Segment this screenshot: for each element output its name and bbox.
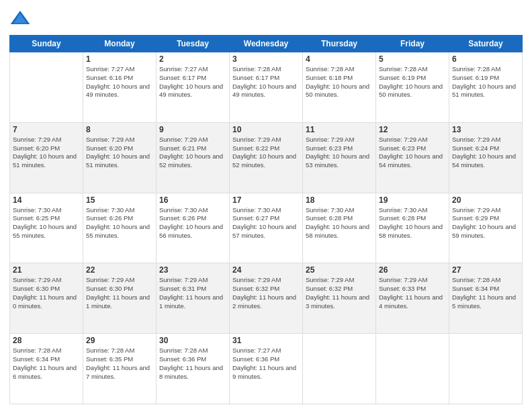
day-info: Sunrise: 7:30 AMSunset: 6:28 PMDaylight:… bbox=[379, 206, 446, 240]
day-number: 25 bbox=[306, 265, 373, 275]
calendar-cell: 25Sunrise: 7:29 AMSunset: 6:32 PMDayligh… bbox=[303, 263, 376, 334]
calendar-week-row: 28Sunrise: 7:28 AMSunset: 6:34 PMDayligh… bbox=[10, 334, 523, 404]
day-number: 1 bbox=[86, 54, 153, 64]
calendar-week-row: 14Sunrise: 7:30 AMSunset: 6:25 PMDayligh… bbox=[10, 193, 523, 263]
weekday-header: Tuesday bbox=[157, 36, 230, 52]
day-info: Sunrise: 7:29 AMSunset: 6:30 PMDaylight:… bbox=[86, 276, 153, 310]
weekday-header: Saturday bbox=[449, 36, 523, 52]
day-number: 16 bbox=[159, 195, 226, 205]
calendar-cell bbox=[303, 334, 376, 404]
day-number: 28 bbox=[13, 336, 80, 345]
calendar-cell bbox=[449, 334, 523, 404]
day-info: Sunrise: 7:27 AMSunset: 6:36 PMDaylight:… bbox=[232, 347, 300, 381]
day-number: 24 bbox=[232, 265, 300, 275]
day-number: 14 bbox=[13, 195, 80, 205]
day-info: Sunrise: 7:30 AMSunset: 6:25 PMDaylight:… bbox=[13, 206, 80, 240]
day-info: Sunrise: 7:30 AMSunset: 6:28 PMDaylight:… bbox=[306, 206, 373, 240]
calendar-cell: 18Sunrise: 7:30 AMSunset: 6:28 PMDayligh… bbox=[303, 193, 376, 263]
day-info: Sunrise: 7:29 AMSunset: 6:24 PMDaylight:… bbox=[452, 136, 519, 170]
day-info: Sunrise: 7:29 AMSunset: 6:22 PMDaylight:… bbox=[232, 136, 300, 170]
day-number: 17 bbox=[232, 195, 300, 205]
calendar-cell: 3Sunrise: 7:28 AMSunset: 6:17 PMDaylight… bbox=[230, 52, 303, 123]
calendar-cell: 28Sunrise: 7:28 AMSunset: 6:34 PMDayligh… bbox=[10, 334, 83, 404]
calendar-cell: 8Sunrise: 7:29 AMSunset: 6:20 PMDaylight… bbox=[83, 122, 157, 193]
logo-icon bbox=[9, 8, 31, 30]
day-number: 7 bbox=[13, 125, 80, 134]
calendar-cell: 14Sunrise: 7:30 AMSunset: 6:25 PMDayligh… bbox=[10, 193, 83, 263]
weekday-header: Wednesday bbox=[230, 36, 303, 52]
calendar-cell: 1Sunrise: 7:27 AMSunset: 6:16 PMDaylight… bbox=[83, 52, 157, 123]
day-info: Sunrise: 7:29 AMSunset: 6:32 PMDaylight:… bbox=[306, 276, 373, 310]
calendar-cell: 31Sunrise: 7:27 AMSunset: 6:36 PMDayligh… bbox=[230, 334, 303, 404]
calendar-week-row: 21Sunrise: 7:29 AMSunset: 6:30 PMDayligh… bbox=[10, 263, 523, 334]
calendar-cell: 23Sunrise: 7:29 AMSunset: 6:31 PMDayligh… bbox=[157, 263, 230, 334]
day-number: 22 bbox=[86, 265, 153, 275]
day-number: 10 bbox=[232, 125, 300, 134]
day-number: 29 bbox=[86, 336, 153, 345]
day-info: Sunrise: 7:28 AMSunset: 6:18 PMDaylight:… bbox=[306, 65, 373, 99]
header-row: SundayMondayTuesdayWednesdayThursdayFrid… bbox=[10, 36, 523, 52]
day-number: 18 bbox=[306, 195, 373, 205]
day-info: Sunrise: 7:28 AMSunset: 6:36 PMDaylight:… bbox=[159, 347, 226, 381]
day-number: 12 bbox=[379, 125, 446, 134]
header bbox=[9, 8, 523, 30]
day-number: 13 bbox=[452, 125, 519, 134]
day-number: 11 bbox=[306, 125, 373, 134]
day-info: Sunrise: 7:30 AMSunset: 6:26 PMDaylight:… bbox=[86, 206, 153, 240]
calendar-cell: 10Sunrise: 7:29 AMSunset: 6:22 PMDayligh… bbox=[230, 122, 303, 193]
day-number: 20 bbox=[452, 195, 519, 205]
day-number: 26 bbox=[379, 265, 446, 275]
weekday-header: Sunday bbox=[10, 36, 83, 52]
day-number: 5 bbox=[379, 54, 446, 64]
day-number: 3 bbox=[232, 54, 300, 64]
calendar-cell: 4Sunrise: 7:28 AMSunset: 6:18 PMDaylight… bbox=[303, 52, 376, 123]
calendar-cell: 22Sunrise: 7:29 AMSunset: 6:30 PMDayligh… bbox=[83, 263, 157, 334]
day-number: 15 bbox=[86, 195, 153, 205]
day-number: 6 bbox=[452, 54, 519, 64]
day-info: Sunrise: 7:28 AMSunset: 6:19 PMDaylight:… bbox=[452, 65, 519, 99]
calendar-cell: 13Sunrise: 7:29 AMSunset: 6:24 PMDayligh… bbox=[449, 122, 523, 193]
calendar-week-row: 7Sunrise: 7:29 AMSunset: 6:20 PMDaylight… bbox=[10, 122, 523, 193]
day-info: Sunrise: 7:29 AMSunset: 6:20 PMDaylight:… bbox=[86, 136, 153, 170]
calendar-cell: 21Sunrise: 7:29 AMSunset: 6:30 PMDayligh… bbox=[10, 263, 83, 334]
day-info: Sunrise: 7:30 AMSunset: 6:26 PMDaylight:… bbox=[159, 206, 226, 240]
calendar-cell bbox=[376, 334, 449, 404]
calendar-cell: 19Sunrise: 7:30 AMSunset: 6:28 PMDayligh… bbox=[376, 193, 449, 263]
day-info: Sunrise: 7:29 AMSunset: 6:31 PMDaylight:… bbox=[159, 276, 226, 310]
day-info: Sunrise: 7:29 AMSunset: 6:32 PMDaylight:… bbox=[232, 276, 300, 310]
calendar-cell: 26Sunrise: 7:29 AMSunset: 6:33 PMDayligh… bbox=[376, 263, 449, 334]
day-number: 27 bbox=[452, 265, 519, 275]
day-info: Sunrise: 7:27 AMSunset: 6:16 PMDaylight:… bbox=[86, 65, 153, 99]
day-info: Sunrise: 7:29 AMSunset: 6:23 PMDaylight:… bbox=[379, 136, 446, 170]
calendar-week-row: 1Sunrise: 7:27 AMSunset: 6:16 PMDaylight… bbox=[10, 52, 523, 123]
calendar-cell: 17Sunrise: 7:30 AMSunset: 6:27 PMDayligh… bbox=[230, 193, 303, 263]
day-number: 30 bbox=[159, 336, 226, 345]
day-info: Sunrise: 7:29 AMSunset: 6:23 PMDaylight:… bbox=[306, 136, 373, 170]
day-info: Sunrise: 7:29 AMSunset: 6:29 PMDaylight:… bbox=[452, 206, 519, 240]
logo bbox=[9, 8, 34, 30]
calendar-cell bbox=[10, 52, 83, 123]
calendar-cell: 12Sunrise: 7:29 AMSunset: 6:23 PMDayligh… bbox=[376, 122, 449, 193]
day-info: Sunrise: 7:28 AMSunset: 6:19 PMDaylight:… bbox=[379, 65, 446, 99]
calendar-cell: 16Sunrise: 7:30 AMSunset: 6:26 PMDayligh… bbox=[157, 193, 230, 263]
day-number: 21 bbox=[13, 265, 80, 275]
calendar-cell: 30Sunrise: 7:28 AMSunset: 6:36 PMDayligh… bbox=[157, 334, 230, 404]
calendar-cell: 24Sunrise: 7:29 AMSunset: 6:32 PMDayligh… bbox=[230, 263, 303, 334]
day-info: Sunrise: 7:29 AMSunset: 6:30 PMDaylight:… bbox=[13, 276, 80, 310]
calendar-cell: 2Sunrise: 7:27 AMSunset: 6:17 PMDaylight… bbox=[157, 52, 230, 123]
day-number: 2 bbox=[159, 54, 226, 64]
calendar-cell: 27Sunrise: 7:28 AMSunset: 6:34 PMDayligh… bbox=[449, 263, 523, 334]
day-info: Sunrise: 7:29 AMSunset: 6:21 PMDaylight:… bbox=[159, 136, 226, 170]
calendar-cell: 11Sunrise: 7:29 AMSunset: 6:23 PMDayligh… bbox=[303, 122, 376, 193]
page: SundayMondayTuesdayWednesdayThursdayFrid… bbox=[0, 0, 532, 411]
calendar-cell: 7Sunrise: 7:29 AMSunset: 6:20 PMDaylight… bbox=[10, 122, 83, 193]
calendar-cell: 6Sunrise: 7:28 AMSunset: 6:19 PMDaylight… bbox=[449, 52, 523, 123]
day-info: Sunrise: 7:28 AMSunset: 6:35 PMDaylight:… bbox=[86, 347, 153, 381]
weekday-header: Monday bbox=[83, 36, 157, 52]
day-number: 9 bbox=[159, 125, 226, 134]
weekday-header: Thursday bbox=[303, 36, 376, 52]
day-number: 23 bbox=[159, 265, 226, 275]
day-info: Sunrise: 7:30 AMSunset: 6:27 PMDaylight:… bbox=[232, 206, 300, 240]
day-info: Sunrise: 7:29 AMSunset: 6:33 PMDaylight:… bbox=[379, 276, 446, 310]
day-number: 8 bbox=[86, 125, 153, 134]
